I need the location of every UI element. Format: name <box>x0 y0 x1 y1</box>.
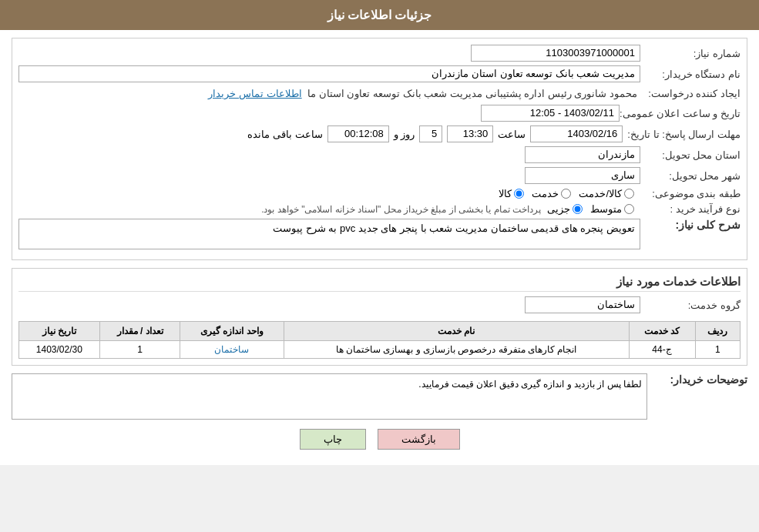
ijad-value: محمود شانوری رئیس اداره پشتیبانی مدیریت … <box>304 86 640 101</box>
shahr-row: شهر محل تحویل: ساری <box>18 167 741 184</box>
cell-code: ج-44 <box>629 341 695 359</box>
tabaqe-label-kala-khedmat: کالا/خدمت <box>579 188 622 199</box>
noe-label: نوع فرآیند خرید : <box>640 203 741 215</box>
ijad-label: ایجاد کننده درخواست: <box>640 88 741 99</box>
tabaqe-row: طبقه بندی موضوعی: کالا/خدمت خدمت کالا <box>18 188 741 199</box>
shahr-label: شهر محل تحویل: <box>640 170 741 182</box>
col-code: کد خدمت <box>629 322 695 341</box>
mohlat-label: مهلت ارسال پاسخ: تا تاریخ: <box>627 129 741 140</box>
cell-vahed: ساختمان <box>180 341 284 359</box>
mohlat-date: 1403/02/16 <box>530 125 623 142</box>
namdastgah-value: مدیریت شعب بانک توسعه تعاون استان مازندر… <box>18 65 640 82</box>
col-tedad: تعداد / مقدار <box>99 322 180 341</box>
noe-radio-jozi[interactable] <box>573 204 583 214</box>
col-tarikh: تاریخ نیاز <box>19 322 100 341</box>
table-row: 1 ج-44 انجام کارهای متفرقه درخصوص بازساز… <box>19 341 741 359</box>
mohlat-row: مهلت ارسال پاسخ: تا تاریخ: 1403/02/16 سا… <box>18 125 741 142</box>
cell-radif: 1 <box>695 341 740 359</box>
tabaqe-option-khedmat: خدمت <box>532 188 571 199</box>
ostan-row: استان محل تحویل: مازندران <box>18 146 741 163</box>
tabaqe-radio-kala-khedmat[interactable] <box>624 189 634 199</box>
mohlat-baqi: 00:12:08 <box>327 125 389 142</box>
mohlat-baqi-label: ساعت باقی مانده <box>247 129 322 140</box>
sharh-label: شرح کلی نیاز: <box>640 219 741 231</box>
namdastgah-row: نام دستگاه خریدار: مدیریت شعب بانک توسعه… <box>18 65 741 82</box>
tabaqe-radio-khedmat[interactable] <box>561 189 571 199</box>
ostan-value: مازندران <box>525 146 640 163</box>
col-name: نام خدمت <box>284 322 629 341</box>
tabaqe-label-khedmat: خدمت <box>532 188 559 199</box>
cell-tedad: 1 <box>99 341 180 359</box>
noe-row: نوع فرآیند خرید : متوسط جزیی پرداخت تمام… <box>18 203 741 215</box>
page-wrapper: جزئیات اطلاعات نیاز شماره نیاز: 11030039… <box>0 0 759 465</box>
noe-note: پرداخت تمام یا بخشی از مبلغ خریداز محل "… <box>261 204 541 215</box>
tabaqe-radio-kala[interactable] <box>514 189 524 199</box>
buyer-notes-row: توضیحات خریدار: لطفا پس از بازدید و اندا… <box>12 373 747 420</box>
khadamat-table-section: ردیف کد خدمت نام خدمت واحد اندازه گیری ت… <box>18 321 741 359</box>
buyer-notes-value: لطفا پس از بازدید و اندازه گیری دقیق اعل… <box>418 379 642 390</box>
shomara-value: 1103003971000001 <box>471 45 640 62</box>
page-header: جزئیات اطلاعات نیاز <box>0 0 759 30</box>
noe-option-motavasset: متوسط <box>590 203 634 215</box>
mohlat-saat: 13:30 <box>447 125 493 142</box>
buttons-row: بازگشت چاپ <box>12 429 747 450</box>
back-button[interactable]: بازگشت <box>378 429 460 450</box>
shahr-value: ساری <box>525 167 640 184</box>
ijad-link[interactable]: اطلاعات تماس خریدار <box>208 88 301 99</box>
khadamat-table: ردیف کد خدمت نام خدمت واحد اندازه گیری ت… <box>18 321 741 359</box>
sharh-row: شرح کلی نیاز: تعویض پنجره های قدیمی ساخت… <box>18 219 741 249</box>
ostan-label: استان محل تحویل: <box>640 149 741 161</box>
gorooh-value: ساختمان <box>525 296 640 313</box>
shomara-label: شماره نیاز: <box>640 48 741 59</box>
main-info-section: شماره نیاز: 1103003971000001 نام دستگاه … <box>12 38 747 260</box>
cell-name: انجام کارهای متفرقه درخصوص بازسازی و بهس… <box>284 341 629 359</box>
tarikh-row: تاریخ و ساعت اعلان عمومی: 1403/02/11 - 1… <box>18 105 741 122</box>
sharh-value: تعویض پنجره های قدیمی ساختمان مدیریت شعب… <box>273 223 635 234</box>
page-title: جزئیات اطلاعات نیاز <box>327 8 432 22</box>
noe-radio-motavasset[interactable] <box>624 204 634 214</box>
noe-label-motavasset: متوسط <box>590 203 622 215</box>
mohlat-rooz: 5 <box>419 125 442 142</box>
noe-option-jozi: جزیی <box>547 203 583 215</box>
mohlat-saat-label: ساعت <box>498 129 526 140</box>
buyer-notes-box: لطفا پس از بازدید و اندازه گیری دقیق اعل… <box>12 373 647 420</box>
gorooh-label: گروه خدمت: <box>640 299 741 311</box>
col-radif: ردیف <box>695 322 740 341</box>
tabaqe-label-kala: کالا <box>499 188 512 199</box>
gorooh-row: گروه خدمت: ساختمان <box>18 296 741 313</box>
tarikh-value: 1403/02/11 - 12:05 <box>481 105 620 122</box>
namdastgah-label: نام دستگاه خریدار: <box>640 69 741 80</box>
tabaqe-option-kala: کالا <box>499 188 524 199</box>
tabaqe-label: طبقه بندی موضوعی: <box>640 188 741 199</box>
khadamat-title: اطلاعات خدمات مورد نیاز <box>18 275 741 292</box>
tabaqe-radio-group: کالا/خدمت خدمت کالا <box>499 188 634 199</box>
khadamat-section: اطلاعات خدمات مورد نیاز گروه خدمت: ساختم… <box>12 268 747 366</box>
cell-tarikh: 1403/02/30 <box>19 341 100 359</box>
buyer-notes-label: توضیحات خریدار: <box>647 373 747 386</box>
content-area: شماره نیاز: 1103003971000001 نام دستگاه … <box>0 30 759 465</box>
mohlat-rooz-label: روز و <box>394 129 415 140</box>
tarikh-label: تاریخ و ساعت اعلان عمومی: <box>620 108 741 119</box>
table-header-row: ردیف کد خدمت نام خدمت واحد اندازه گیری ت… <box>19 322 741 341</box>
ijad-row: ایجاد کننده درخواست: محمود شانوری رئیس ا… <box>18 86 741 101</box>
sharh-box: تعویض پنجره های قدیمی ساختمان مدیریت شعب… <box>18 219 640 249</box>
noe-label-jozi: جزیی <box>547 203 570 215</box>
print-button[interactable]: چاپ <box>300 429 366 450</box>
col-vahed: واحد اندازه گیری <box>180 322 284 341</box>
tabaqe-option-kala-khedmat: کالا/خدمت <box>579 188 634 199</box>
shomara-row: شماره نیاز: 1103003971000001 <box>18 45 741 62</box>
noe-radio-group: متوسط جزیی <box>547 203 634 215</box>
